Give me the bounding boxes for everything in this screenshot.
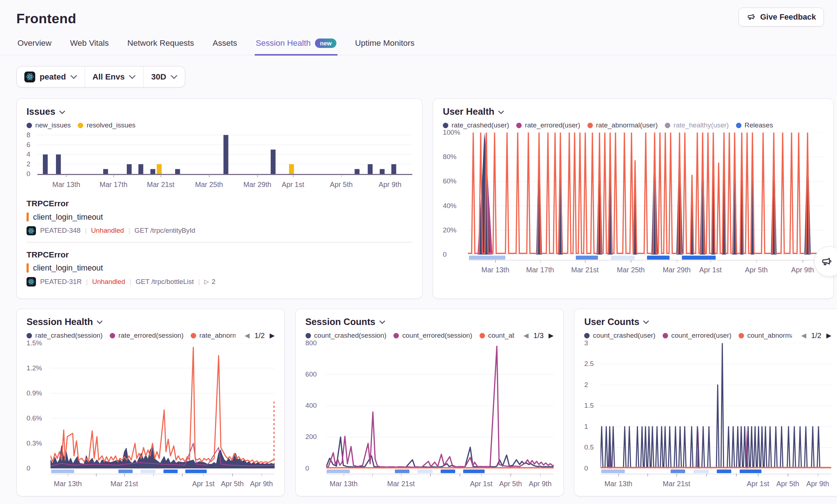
issue-short-id[interactable]: PEATED-348: [40, 227, 81, 235]
replay-count[interactable]: ▷ 2: [204, 278, 215, 286]
x-axis-labels: Mar 13thMar 17thMar 21stMar 25thMar 29th…: [468, 266, 824, 276]
issue-endpoint: GET /trpc/bottleList: [136, 278, 194, 286]
x-axis-label: Mar 17th: [526, 266, 554, 274]
release-bar[interactable]: [163, 470, 178, 473]
release-bar[interactable]: [469, 256, 505, 260]
legend-item-rate_healthy-user-[interactable]: rate_healthy(user): [665, 121, 729, 129]
play-icon: ▷: [204, 278, 209, 285]
x-axis-label: Apr 5th: [745, 266, 768, 274]
legend-item-rate_crashed-user-[interactable]: rate_crashed(user): [443, 121, 509, 129]
legend-item-count_crashed-user-[interactable]: count_crashed(user): [584, 332, 655, 340]
x-axis-label: Apr 5th: [330, 180, 353, 189]
issue-message-link[interactable]: client_login_timeout: [27, 212, 412, 222]
give-feedback-label: Give Feedback: [760, 12, 816, 22]
release-bar[interactable]: [185, 470, 207, 473]
release-bar[interactable]: [417, 470, 433, 473]
x-axis-label: Apr 9th: [791, 266, 814, 274]
x-axis-label: Mar 13th: [604, 480, 632, 488]
release-bar[interactable]: [441, 470, 455, 473]
environment-filter[interactable]: All Envs: [85, 66, 143, 87]
release-bar[interactable]: [647, 256, 670, 260]
react-project-icon: [27, 226, 36, 236]
release-bar[interactable]: [118, 470, 133, 473]
session-health-chart: 00.3%0.6%0.9%1.2%1.5% Mar 13thMar 21stAp…: [27, 343, 275, 489]
issue-message-link[interactable]: client_login_timeout: [27, 263, 412, 273]
release-bar[interactable]: [601, 470, 625, 473]
release-bar[interactable]: [717, 470, 731, 473]
legend-dot: [393, 333, 399, 338]
legend-item-count_abnormal-session-[interactable]: count_abnormal(session): [480, 332, 514, 340]
release-bar[interactable]: [740, 470, 761, 473]
legend-item-count_crashed-session-[interactable]: count_crashed(session): [306, 332, 387, 340]
legend-item-rate_abnormal-user-[interactable]: rate_abnormal(user): [587, 121, 658, 129]
session-health-panel-header[interactable]: Session Health: [27, 317, 275, 327]
legend-item-count_abnormal-user-[interactable]: count_abnormal(user): [739, 332, 792, 340]
x-axis-label: Mar 25th: [195, 180, 223, 189]
release-bar[interactable]: [141, 470, 155, 473]
legend-item-count_errored-session-[interactable]: count_errored(session): [393, 332, 472, 340]
give-feedback-button[interactable]: Give Feedback: [739, 8, 824, 27]
filter-row: peated All Envs 30D: [0, 55, 837, 98]
legend-dot: [27, 123, 32, 128]
user-health-panel-header[interactable]: User Health: [443, 106, 824, 117]
pagination-prev-button[interactable]: ◀: [801, 332, 806, 339]
session-health-panel-title: Session Health: [27, 317, 93, 327]
issues-panel-title: Issues: [27, 106, 55, 117]
pagination-next-button[interactable]: ▶: [270, 332, 275, 339]
release-bar[interactable]: [463, 470, 485, 473]
releases-track: [468, 256, 824, 260]
pagination-prev-button[interactable]: ◀: [244, 332, 250, 339]
release-bar[interactable]: [694, 470, 709, 473]
x-axis-label: Mar 21st: [147, 180, 174, 189]
legend-item-new_issues[interactable]: new_issues: [27, 121, 71, 129]
release-bar[interactable]: [576, 256, 598, 260]
release-bar[interactable]: [671, 470, 685, 473]
legend-pagination: ◀1/2▶: [799, 332, 832, 340]
legend-item-rate_errored-session-[interactable]: rate_errored(session): [110, 332, 183, 340]
x-axis-label: Mar 13th: [329, 480, 357, 488]
x-axis-label: Apr 9th: [379, 180, 401, 189]
issue-short-id[interactable]: PEATED-31R: [40, 278, 82, 286]
pagination-next-button[interactable]: ▶: [549, 332, 554, 339]
pagination-counter: 1/2: [255, 332, 265, 340]
session-counts-panel-title: Session Counts: [306, 317, 376, 327]
legend-dot: [739, 333, 744, 338]
release-bar[interactable]: [395, 470, 409, 473]
legend-item-rate_crashed-session-[interactable]: rate_crashed(session): [27, 332, 103, 340]
date-range-filter[interactable]: 30D: [143, 66, 185, 87]
tab-web-vitals[interactable]: Web Vitals: [69, 35, 110, 56]
project-filter[interactable]: peated: [17, 66, 85, 87]
legend-item-releases[interactable]: Releases: [736, 121, 773, 129]
user-counts-panel-title: User Counts: [584, 317, 639, 327]
user-counts-panel-header[interactable]: User Counts: [584, 317, 831, 327]
release-bar[interactable]: [51, 470, 74, 473]
issue-status: Unhandled: [91, 227, 124, 235]
release-bar[interactable]: [327, 470, 350, 473]
environment-filter-value: All Envs: [93, 72, 125, 82]
user-health-legend: rate_crashed(user)rate_errored(user)rate…: [443, 121, 824, 129]
legend-item-rate_errored-user-[interactable]: rate_errored(user): [516, 121, 580, 129]
legend-item-rate_abnormal-session-[interactable]: rate_abnormal(session): [191, 332, 235, 340]
user-counts-chart: 00.511.522.53 Mar 13thMar 21stApr 1stApr…: [584, 343, 831, 489]
legend-item-count_errored-user-[interactable]: count_errored(user): [663, 332, 732, 340]
x-axis-label: Apr 9th: [806, 480, 829, 488]
release-bar[interactable]: [682, 256, 716, 260]
chevron-down-icon: [171, 75, 177, 79]
legend-item-resolved_issues[interactable]: resolved_issues: [78, 121, 135, 129]
x-axis-label: Mar 25th: [617, 266, 645, 274]
release-bar[interactable]: [611, 256, 635, 260]
pagination-next-button[interactable]: ▶: [826, 332, 832, 339]
pagination-prev-button[interactable]: ◀: [523, 332, 529, 339]
tab-network-requests[interactable]: Network Requests: [126, 35, 195, 56]
releases-track: [601, 470, 831, 473]
tab-overview[interactable]: Overview: [16, 35, 53, 56]
tab-assets[interactable]: Assets: [211, 35, 238, 56]
issue-meta: PEATED-31R Unhandled GET /trpc/bottleLis…: [27, 277, 412, 286]
chevron-down-icon: [379, 320, 385, 324]
tab-uptime-monitors[interactable]: Uptime Monitors: [354, 35, 416, 56]
session-counts-panel-header[interactable]: Session Counts: [306, 317, 554, 327]
issues-panel-header[interactable]: Issues: [27, 106, 412, 117]
x-axis-label: Apr 9th: [529, 480, 551, 488]
issues-chart: 02468 Mar 13thMar 17thMar 21stMar 25thMa…: [27, 133, 412, 190]
tab-session-health[interactable]: Session Healthnew: [255, 35, 337, 56]
